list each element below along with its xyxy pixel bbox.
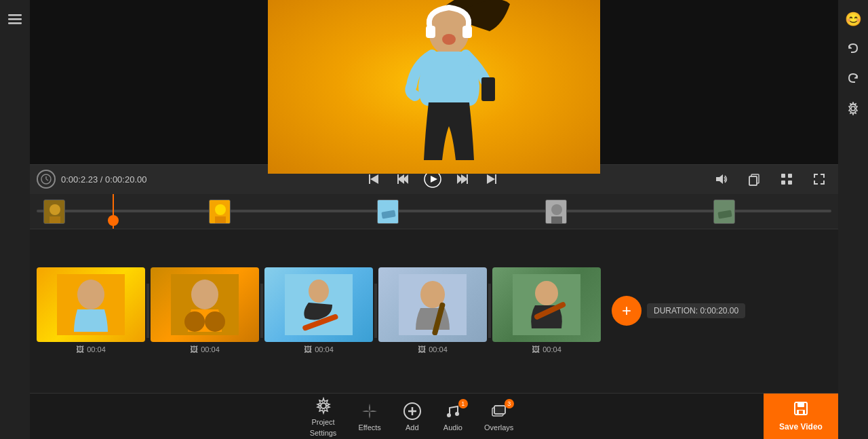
grid-button[interactable] xyxy=(774,167,799,191)
add-label: Add xyxy=(406,423,419,432)
save-floppy-icon xyxy=(793,401,808,416)
overlays-icon: 3 xyxy=(490,402,509,421)
clip-svg-2 xyxy=(171,274,239,335)
add-button[interactable]: Add xyxy=(403,402,422,432)
thumb-img-4 xyxy=(546,200,567,224)
time-icon xyxy=(37,170,56,189)
step-back-icon xyxy=(396,172,410,186)
clip-item-1[interactable]: 🖼 00:04 xyxy=(37,267,145,354)
menu-icon xyxy=(8,12,22,26)
clip-thumbnail-2 xyxy=(151,267,259,342)
thumb-img-1 xyxy=(44,200,65,224)
skip-start-icon xyxy=(366,172,380,186)
fullscreen-icon xyxy=(812,172,826,186)
redo-icon xyxy=(846,72,860,85)
audio-badge: 1 xyxy=(458,399,468,408)
timeline-right-controls xyxy=(709,167,831,191)
svg-rect-37 xyxy=(215,216,226,224)
svg-point-73 xyxy=(851,107,855,111)
scrubber-line xyxy=(37,210,831,212)
svg-point-60 xyxy=(321,403,326,408)
add-icon xyxy=(403,402,422,421)
svg-rect-2 xyxy=(8,22,22,24)
save-video-button[interactable]: Save Video xyxy=(764,394,838,440)
svg-rect-0 xyxy=(8,14,22,16)
clip-img-icon-5: 🖼 xyxy=(532,345,540,354)
copy-button[interactable] xyxy=(742,167,766,191)
clip-svg-5 xyxy=(513,274,580,335)
clip-img-icon-4: 🖼 xyxy=(418,345,426,354)
clip-img-icon-3: 🖼 xyxy=(304,345,312,354)
svg-point-50 xyxy=(205,311,225,332)
svg-marker-24 xyxy=(716,174,723,184)
svg-rect-67 xyxy=(494,406,505,414)
svg-rect-31 xyxy=(788,180,792,185)
clip-duration-5: 🖼 00:04 xyxy=(532,345,561,354)
clip-separator-1 xyxy=(146,284,149,338)
svg-marker-22 xyxy=(487,174,495,184)
svg-marker-12 xyxy=(369,174,370,184)
volume-button[interactable] xyxy=(709,167,734,191)
svg-point-33 xyxy=(50,204,60,215)
clip-duration-3: 🖼 00:04 xyxy=(304,345,334,354)
svg-rect-21 xyxy=(467,174,468,184)
fullscreen-button[interactable] xyxy=(807,167,831,191)
svg-point-65 xyxy=(455,412,459,416)
playhead-circle xyxy=(108,215,119,226)
timeline-thumb-2 xyxy=(209,199,231,224)
bottom-toolbar: Project Settings E xyxy=(30,393,838,439)
svg-point-49 xyxy=(184,311,205,332)
settings-gear-icon xyxy=(315,397,332,415)
clip-duration-2: 🖼 00:04 xyxy=(190,345,220,354)
svg-rect-42 xyxy=(551,216,562,224)
clip-figure-2 xyxy=(151,267,259,342)
project-settings-button[interactable]: Project Settings xyxy=(310,396,337,437)
scrubber-track xyxy=(30,194,838,229)
clip-img-icon-1: 🖼 xyxy=(76,345,84,354)
clip-item-3[interactable]: 🖼 00:04 xyxy=(264,267,373,354)
skip-end-icon xyxy=(486,172,499,186)
emoji-button[interactable]: 😊 xyxy=(841,7,865,31)
menu-button[interactable] xyxy=(3,7,27,31)
svg-rect-6 xyxy=(462,26,472,38)
clip-item-4[interactable]: 🖼 00:04 xyxy=(378,267,487,354)
preview-person-figure xyxy=(374,0,524,174)
overlays-button[interactable]: 3 Overlays xyxy=(484,402,513,432)
undo-icon xyxy=(846,42,860,56)
timeline-thumb-5 xyxy=(713,199,735,224)
clock-icon xyxy=(41,174,52,185)
audio-button[interactable]: 1 Audio xyxy=(443,402,462,432)
clip-item-5[interactable]: 🖼 00:04 xyxy=(492,267,601,354)
clip-svg-1 xyxy=(57,274,125,335)
svg-rect-1 xyxy=(8,18,22,20)
clip-duration-1: 🖼 00:04 xyxy=(76,345,106,354)
timeline-scrubber[interactable] xyxy=(30,194,838,229)
timeline-thumb-1 xyxy=(43,199,65,224)
grid-icon xyxy=(780,172,793,186)
clip-figure-4 xyxy=(378,267,487,342)
clip-svg-4 xyxy=(399,274,467,335)
svg-rect-30 xyxy=(781,180,785,185)
clip-separator-4 xyxy=(488,284,491,338)
svg-line-11 xyxy=(46,179,48,180)
video-preview xyxy=(30,0,838,164)
volume-icon xyxy=(715,172,728,186)
timeline-thumb-4 xyxy=(545,199,567,224)
effects-button[interactable]: Effects xyxy=(358,402,380,432)
svg-point-36 xyxy=(215,204,226,215)
svg-rect-23 xyxy=(495,174,496,184)
settings-button[interactable] xyxy=(841,96,865,121)
undo-button[interactable] xyxy=(841,37,865,61)
project-settings-label2: Settings xyxy=(310,429,337,437)
add-clip-button[interactable]: + xyxy=(612,296,642,326)
bottom-tools: Project Settings E xyxy=(30,396,764,437)
svg-point-8 xyxy=(442,34,456,45)
svg-point-41 xyxy=(551,204,562,215)
clip-item-2[interactable]: 🖼 00:04 xyxy=(151,267,259,354)
redo-button[interactable] xyxy=(841,66,865,91)
add-plus-icon xyxy=(403,402,422,421)
copy-icon xyxy=(747,172,761,186)
clip-figure-1 xyxy=(37,267,145,342)
svg-rect-16 xyxy=(397,174,399,184)
clip-figure-3 xyxy=(264,267,373,342)
